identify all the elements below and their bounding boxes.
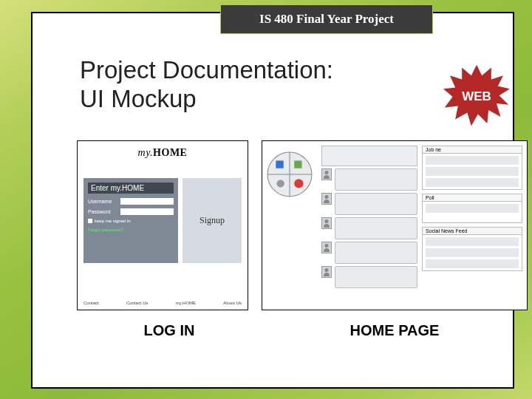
social-feed-box: Social News Feed [422,227,522,271]
feed-bubble [335,168,417,191]
password-label: Password [88,209,117,214]
feed-header-box [321,146,417,166]
svg-point-8 [325,171,329,174]
placeholder-bar [426,248,519,257]
login-mockup: my.HOME Enter my.HOME Username Password [77,140,248,310]
placeholder-bar [426,178,519,187]
svg-rect-5 [294,160,301,168]
captions-row: LOG IN HOME PAGE [77,322,532,339]
home-nav-column [267,146,317,305]
avatar-icon [321,242,332,253]
feed-bubble [335,217,417,239]
home-caption: HOME PAGE [262,322,528,339]
home-feed-column [321,146,417,305]
slide-heading: Project Documentation: UI Mockup [80,56,333,114]
social-feed-tab: Social News Feed [423,228,522,235]
username-input[interactable] [120,198,174,205]
jobs-box: Job ne [422,146,522,190]
web-badge-label: WEB [436,64,517,130]
password-input[interactable] [120,208,174,215]
placeholder-bar [426,237,519,246]
avatar-icon [321,168,332,180]
feed-item [321,168,417,191]
svg-point-10 [325,219,329,223]
placeholder-bar [426,204,519,213]
svg-point-6 [276,180,284,187]
avatar-icon [321,266,332,278]
placeholder-bar [426,259,519,268]
remember-label: keep me signed in [95,219,131,223]
svg-point-12 [325,268,329,272]
login-footer: Contact Contact Us my.HOME About Us [83,301,242,305]
footer-link[interactable]: my.HOME [176,301,196,305]
homepage-mockup: Job ne Poll Social News Feed [262,140,528,310]
feed-item [321,242,417,264]
feed-bubble [335,193,417,215]
login-form-title: Enter my.HOME [88,183,174,194]
login-form: Enter my.HOME Username Password keep me … [83,178,178,263]
login-caption: LOG IN [77,322,262,339]
heading-line2: UI Mockup [80,85,197,112]
placeholder-bar [426,167,519,176]
home-side-column: Job ne Poll Social News Feed [422,146,522,305]
poll-box: Poll [422,194,522,223]
logo-main: HOME [153,147,187,158]
signup-button[interactable]: Signup [183,178,242,263]
heading-line1: Project Documentation: [80,56,333,83]
username-label: Username [88,199,117,204]
web-badge: WEB [436,64,517,130]
feed-bubble [335,266,417,288]
footer-link[interactable]: Contact Us [126,301,149,305]
svg-rect-4 [276,160,283,168]
course-banner: IS 480 Final Year Project [220,4,433,34]
logo-prefix: my. [138,147,154,158]
username-field: Username [88,198,174,205]
feed-bubble [335,242,417,264]
feed-item [321,217,417,239]
checkbox-icon [88,219,92,223]
svg-point-9 [325,195,329,199]
avatar-icon [321,217,332,229]
footer-link[interactable]: Contact [83,301,99,305]
slide-body: Project Documentation: UI Mockup WEB my.… [31,12,514,389]
feed-item [321,193,417,215]
password-field: Password [88,208,174,215]
svg-point-7 [294,179,303,188]
remember-checkbox[interactable]: keep me signed in [88,219,174,223]
jobs-tab: Job ne [423,146,522,154]
forgot-password-link[interactable]: Forgot password? [88,228,174,232]
avatar-icon [321,193,332,205]
circle-nav-icon[interactable] [267,151,313,197]
feed-item [321,266,417,288]
slide: IS 480 Final Year Project Project Docume… [0,0,532,399]
poll-tab: Poll [423,194,522,202]
login-logo: my.HOME [78,147,248,159]
placeholder-bar [426,156,519,165]
svg-point-11 [325,244,329,248]
footer-link[interactable]: About Us [223,301,242,305]
course-banner-text: IS 480 Final Year Project [259,12,394,27]
mockup-panels: my.HOME Enter my.HOME Username Password [77,140,532,310]
